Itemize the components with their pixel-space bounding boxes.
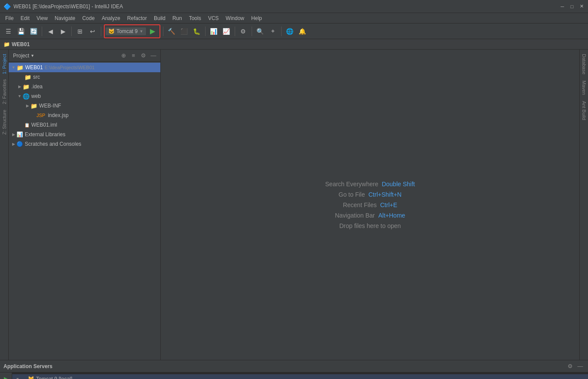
panel-settings-btn[interactable]: ⚙: [139, 51, 148, 60]
tomcat-server-icon: 🐱: [28, 376, 34, 379]
panel-scope-btn[interactable]: ≡: [129, 51, 138, 60]
arrow-web: ▼: [17, 93, 23, 99]
toolbar-sep-7: [252, 27, 252, 36]
menu-code[interactable]: Code: [79, 14, 98, 22]
menu-view[interactable]: View: [33, 14, 51, 22]
menu-navigate[interactable]: Navigate: [51, 14, 79, 22]
bottom-panel-hide[interactable]: —: [576, 362, 585, 371]
project-tree: ▼ 📁 WEB01 E:\IdeaProjects\WEB01 📁 src ▶ …: [9, 62, 160, 360]
editor-area: Search Everywhere Double Shift Go to Fil…: [161, 50, 579, 360]
tree-item-iml[interactable]: 📋 WEB01.iml: [9, 120, 160, 130]
toolbar-stop[interactable]: ⬛: [179, 26, 190, 37]
toolbar-extra[interactable]: 🔔: [297, 26, 308, 37]
bottom-run-btn[interactable]: ▶: [1, 374, 11, 379]
menu-help[interactable]: Help: [248, 14, 266, 22]
toolbar-sep-1: [42, 27, 42, 36]
right-tab-maven[interactable]: Maven: [581, 78, 588, 97]
panel-toolbar: Project ▼ ⊕ ≡ ⚙ —: [9, 50, 160, 62]
menu-vcs[interactable]: VCS: [205, 14, 223, 22]
toolbar-forward[interactable]: ▶: [57, 26, 69, 37]
toolbar-save-all[interactable]: 💾: [15, 26, 27, 37]
run-button[interactable]: ▶: [146, 26, 159, 37]
hint-recent-key: Ctrl+E: [380, 201, 397, 208]
tree-item-idea[interactable]: ▶ 📁 .idea: [9, 82, 160, 91]
toolbar-undo[interactable]: ↩: [87, 26, 98, 37]
bottom-tree-tomcat[interactable]: ▼ 🐱 Tomcat 9 [local]: [12, 374, 588, 379]
label-webinf: WEB-INF: [39, 103, 61, 109]
menu-refactor[interactable]: Refactor: [124, 14, 150, 22]
web-icon: 🌐: [23, 93, 30, 100]
arrow-scratches: ▶: [10, 141, 17, 147]
panel-add-btn[interactable]: ⊕: [119, 51, 128, 60]
menu-tools[interactable]: Tools: [186, 14, 205, 22]
toolbar-back[interactable]: ◀: [45, 26, 56, 37]
window-controls: ─ □ ✕: [559, 3, 585, 10]
label-extlib: External Libraries: [25, 131, 65, 138]
tree-item-webinf[interactable]: ▶ 📁 WEB-INF: [9, 101, 160, 111]
folder-icon-src: 📁: [24, 74, 31, 80]
close-button[interactable]: ✕: [578, 3, 585, 10]
arrow-idea: ▶: [17, 84, 23, 90]
right-tab-strip: Database Maven Ant Build: [579, 50, 588, 360]
scratches-icon: 🔵: [17, 141, 23, 147]
bottom-panel-settings[interactable]: ⚙: [566, 362, 575, 371]
folder-icon-web01: 📁: [17, 64, 23, 71]
menu-window[interactable]: Window: [222, 14, 248, 22]
menu-edit[interactable]: Edit: [17, 14, 33, 22]
tree-item-scratches[interactable]: ▶ 🔵 Scratches and Consoles: [9, 139, 160, 149]
toolbar-sync[interactable]: 🔄: [28, 26, 39, 37]
toolbar-profile[interactable]: 📈: [221, 26, 232, 37]
panel-hide-btn[interactable]: —: [149, 51, 158, 60]
toolbar-lang[interactable]: 🌐: [284, 26, 296, 37]
hint-recent-label: Recent Files: [343, 201, 377, 208]
hint-drop-label: Drop files here to open: [339, 222, 401, 229]
toolbar-recent[interactable]: ⊞: [74, 26, 86, 37]
label-idea: .idea: [31, 84, 43, 90]
toolbar-debug[interactable]: 🐛: [191, 26, 203, 37]
iml-icon: 📋: [24, 123, 30, 127]
title-text: WEB01 [E:\IdeaProjects\WEB01] - IntelliJ…: [13, 3, 559, 10]
toolbar-build[interactable]: 🔨: [166, 26, 177, 37]
right-tab-ant[interactable]: Ant Build: [581, 98, 588, 123]
left-tab-favorites[interactable]: 2: Favorites: [1, 77, 8, 107]
arrow-iml: [18, 122, 24, 128]
toolbar-settings[interactable]: ⚙: [238, 26, 249, 37]
tree-item-src[interactable]: 📁 src: [9, 72, 160, 82]
arrow-webinf: ▶: [24, 103, 30, 109]
bottom-panel-header: Application Servers ⚙ —: [0, 360, 588, 372]
project-title-bar: 📁 WEB01: [0, 39, 588, 50]
panel-view-dropdown[interactable]: Project ▼: [11, 52, 36, 60]
hint-search-label: Search Everywhere: [325, 181, 378, 188]
minimize-button[interactable]: ─: [559, 3, 565, 10]
maximize-button[interactable]: □: [569, 3, 575, 10]
tree-item-web[interactable]: ▼ 🌐 web: [9, 91, 160, 101]
tree-item-web01[interactable]: ▼ 📁 WEB01 E:\IdeaProjects\WEB01: [9, 63, 160, 72]
tree-item-indexjsp[interactable]: JSP index.jsp: [9, 111, 160, 120]
tree-item-extlib[interactable]: ▶ 📊 External Libraries: [9, 130, 160, 139]
menu-bar: File Edit View Navigate Code Analyze Ref…: [0, 13, 588, 23]
bottom-panel-controls: ⚙ —: [566, 362, 585, 371]
toolbar-coverage[interactable]: 📊: [208, 26, 219, 37]
menu-build[interactable]: Build: [150, 14, 169, 22]
toolbar-main-menu[interactable]: ☰: [3, 26, 14, 37]
arrow-web01: ▼: [10, 64, 17, 70]
arrow-indexjsp: [30, 112, 37, 118]
hint-goto: Go to File Ctrl+Shift+N: [339, 191, 402, 198]
toolbar-find[interactable]: ⌖: [267, 26, 279, 37]
menu-file[interactable]: File: [2, 14, 17, 22]
hint-goto-key: Ctrl+Shift+N: [369, 191, 402, 198]
view-dropdown-arrow: ▼: [30, 54, 34, 58]
menu-run[interactable]: Run: [169, 14, 186, 22]
label-scratches: Scratches and Consoles: [25, 141, 81, 147]
bottom-left-strip: ▶ 🐛 ⬛ ↑ ↓ ✏ ⋯: [0, 372, 12, 379]
toolbar-search[interactable]: 🔍: [255, 26, 266, 37]
menu-analyze[interactable]: Analyze: [98, 14, 124, 22]
right-tab-database[interactable]: Database: [581, 51, 588, 77]
left-tab-project[interactable]: 1: Project: [1, 51, 8, 77]
tomcat-icon: 🐱: [108, 28, 115, 34]
project-title: WEB01: [12, 41, 30, 47]
run-config-dropdown[interactable]: 🐱 Tomcat 9 ▼: [106, 27, 146, 35]
bottom-tree: ▼ 🐱 Tomcat 9 [local] ⚙ 🔵 WEB01:war explo…: [12, 372, 588, 379]
left-tab-structure[interactable]: Z: Structure: [1, 107, 8, 137]
tomcat-label: Tomcat 9 [local]: [36, 376, 72, 379]
